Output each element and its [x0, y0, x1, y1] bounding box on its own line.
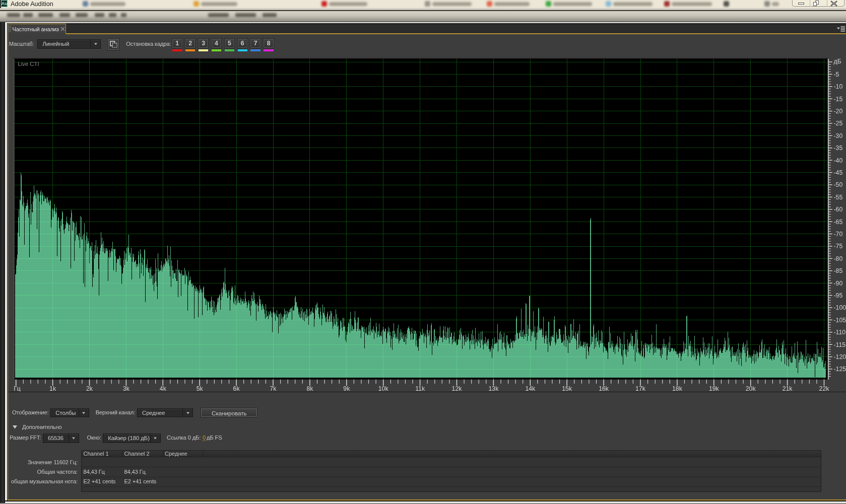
svg-text:3k: 3k	[123, 385, 130, 392]
svg-text:-10: -10	[834, 83, 843, 90]
svg-text:-60: -60	[834, 206, 843, 213]
svg-text:-25: -25	[834, 120, 843, 127]
svg-text:13k: 13k	[488, 385, 499, 392]
svg-text:-100: -100	[834, 304, 846, 311]
svg-text:-75: -75	[834, 243, 843, 250]
svg-text:-20: -20	[834, 108, 843, 115]
svg-text:-90: -90	[834, 280, 843, 287]
svg-text:2k: 2k	[86, 385, 93, 392]
svg-text:-125: -125	[834, 366, 846, 373]
svg-text:-50: -50	[834, 181, 843, 188]
svg-text:12k: 12k	[452, 385, 463, 392]
svg-text:21k: 21k	[783, 385, 793, 392]
svg-text:-30: -30	[834, 132, 843, 139]
svg-text:16k: 16k	[599, 385, 609, 392]
svg-text:-105: -105	[834, 317, 846, 324]
svg-text:6k: 6k	[233, 385, 240, 392]
svg-text:-45: -45	[834, 169, 843, 176]
svg-text:18k: 18k	[672, 385, 683, 392]
svg-text:1k: 1k	[49, 385, 56, 392]
svg-text:4k: 4k	[160, 385, 167, 392]
svg-text:Live CTI: Live CTI	[18, 61, 39, 67]
svg-text:-40: -40	[834, 157, 843, 164]
svg-text:8k: 8k	[306, 385, 313, 392]
svg-text:-115: -115	[834, 341, 846, 348]
svg-text:-80: -80	[834, 255, 843, 262]
svg-text:22k: 22k	[819, 385, 830, 392]
svg-text:11k: 11k	[415, 385, 425, 392]
svg-text:9k: 9k	[343, 385, 350, 392]
svg-text:-55: -55	[834, 194, 843, 201]
svg-text:-5: -5	[834, 71, 839, 78]
svg-text:-70: -70	[834, 231, 843, 238]
svg-text:17k: 17k	[635, 385, 646, 392]
svg-text:10k: 10k	[378, 385, 389, 392]
svg-text:-85: -85	[834, 267, 843, 274]
svg-text:5k: 5k	[197, 385, 204, 392]
svg-text:Гц: Гц	[14, 385, 21, 392]
svg-text:14k: 14k	[525, 385, 536, 392]
svg-text:20k: 20k	[746, 385, 756, 392]
svg-text:-15: -15	[834, 96, 843, 103]
svg-text:-95: -95	[834, 292, 843, 299]
svg-text:15k: 15k	[562, 385, 572, 392]
svg-text:19k: 19k	[709, 385, 720, 392]
svg-text:-110: -110	[834, 329, 846, 336]
svg-text:7k: 7k	[270, 385, 277, 392]
svg-text:-120: -120	[834, 353, 846, 361]
svg-text:-35: -35	[834, 145, 843, 152]
svg-text:-65: -65	[834, 219, 843, 226]
svg-text:дБ: дБ	[834, 58, 841, 65]
